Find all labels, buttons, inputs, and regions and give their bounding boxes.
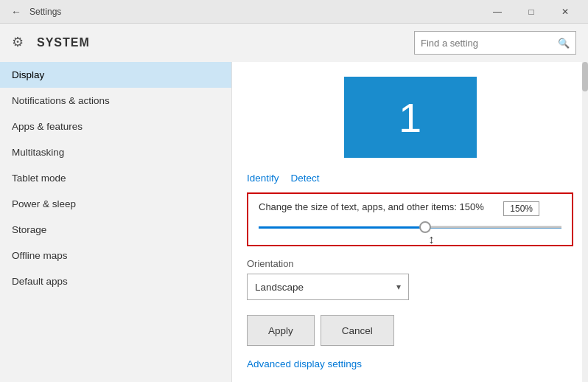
- close-icon: ✕: [561, 7, 569, 17]
- scrollbar-track[interactable]: [582, 62, 588, 382]
- monitor-number: 1: [399, 94, 421, 142]
- app-title: SYSTEM: [37, 36, 90, 49]
- back-icon: ←: [11, 6, 21, 18]
- orientation-select[interactable]: Landscape Portrait Landscape (flipped) P…: [248, 274, 408, 299]
- sidebar-item-tablet-mode[interactable]: Tablet mode: [0, 165, 231, 191]
- titlebar-title: Settings: [29, 7, 480, 17]
- apply-button[interactable]: Apply: [247, 315, 315, 346]
- monitor-box: 1: [344, 77, 477, 158]
- sidebar-item-power-sleep[interactable]: Power & sleep: [0, 191, 231, 217]
- back-button[interactable]: ←: [6, 1, 27, 22]
- sidebar-item-display[interactable]: Display: [0, 62, 231, 88]
- minimize-icon: —: [493, 7, 502, 17]
- maximize-button[interactable]: □: [514, 0, 548, 24]
- app-header: ⚙ SYSTEM 🔍: [0, 24, 588, 62]
- orientation-section: Orientation Landscape Portrait Landscape…: [232, 258, 588, 309]
- sidebar-item-offline-maps[interactable]: Offline maps: [0, 243, 231, 268]
- close-button[interactable]: ✕: [548, 0, 582, 24]
- slider-track: [259, 226, 561, 229]
- search-input[interactable]: [415, 32, 552, 54]
- scale-section: 150% Change the size of text, apps, and …: [247, 192, 573, 246]
- sidebar-item-multitasking[interactable]: Multitasking: [0, 139, 231, 165]
- orientation-label: Orientation: [247, 258, 573, 269]
- search-box: 🔍: [414, 31, 576, 55]
- cursor-indicator: ↕: [428, 233, 434, 246]
- monitor-area: 1: [232, 62, 588, 167]
- slider-track-right: [431, 226, 561, 229]
- orientation-select-wrapper[interactable]: Landscape Portrait Landscape (flipped) P…: [247, 274, 409, 300]
- sidebar-item-apps-features[interactable]: Apps & features: [0, 114, 231, 139]
- slider-thumb[interactable]: [419, 221, 431, 233]
- window-controls: — □ ✕: [480, 0, 582, 24]
- main-layout: Display Notifications & actions Apps & f…: [0, 62, 588, 382]
- identify-link[interactable]: Identify: [247, 173, 279, 184]
- sidebar-item-notifications[interactable]: Notifications & actions: [0, 88, 231, 114]
- detect-link[interactable]: Detect: [291, 173, 320, 184]
- advanced-display-settings-link[interactable]: Advanced display settings: [247, 358, 362, 369]
- scale-bubble: 150%: [503, 201, 539, 216]
- sidebar-item-storage[interactable]: Storage: [0, 217, 231, 243]
- search-icon: 🔍: [552, 38, 575, 49]
- content-area: 1 Identify Detect 150% Change the size o…: [232, 62, 588, 382]
- maximize-icon: □: [528, 7, 533, 17]
- sidebar-item-default-apps[interactable]: Default apps: [0, 268, 231, 294]
- action-buttons-row: Apply Cancel: [232, 309, 588, 355]
- cancel-button[interactable]: Cancel: [321, 315, 394, 346]
- minimize-button[interactable]: —: [480, 0, 514, 24]
- titlebar: ← Settings — □ ✕: [0, 0, 588, 24]
- advanced-link-area: Advanced display settings: [232, 355, 588, 378]
- system-icon: ⚙: [12, 34, 29, 52]
- display-links-row: Identify Detect: [232, 167, 588, 192]
- sidebar: Display Notifications & actions Apps & f…: [0, 62, 232, 382]
- scrollbar-thumb[interactable]: [582, 62, 588, 91]
- scale-slider-container[interactable]: ↕: [259, 220, 561, 235]
